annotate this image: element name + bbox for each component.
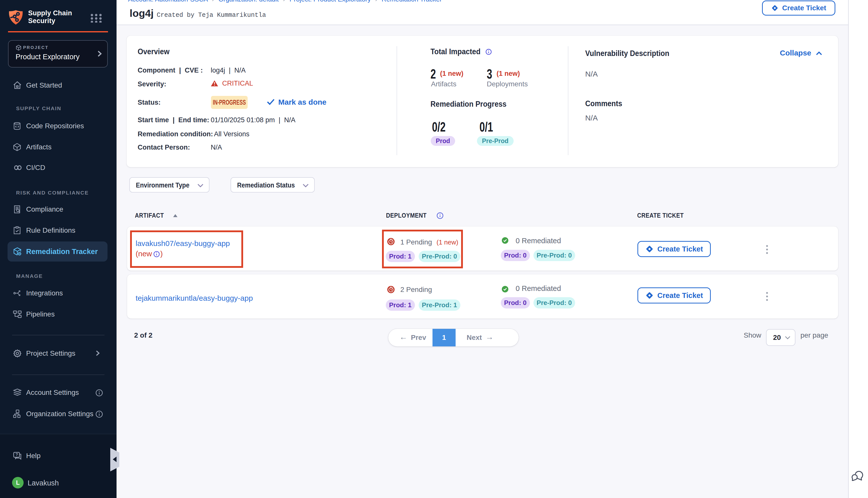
svg-text:?: ? [16,452,18,457]
